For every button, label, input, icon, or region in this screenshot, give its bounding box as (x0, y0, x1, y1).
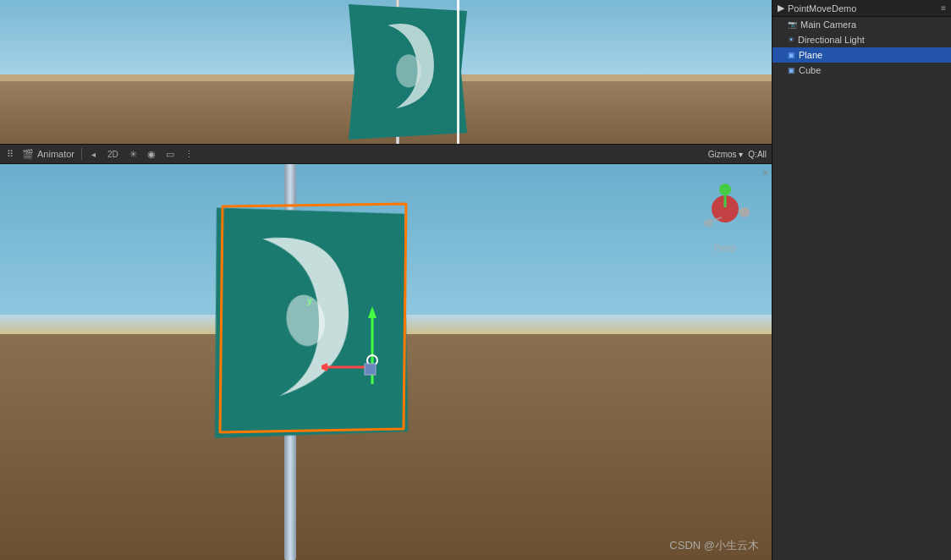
all-button[interactable]: Q:All (748, 150, 767, 159)
animator-sound-icon[interactable]: ◉ (146, 148, 157, 161)
hierarchy-item-directional-light[interactable]: ☀ Directional Light (772, 32, 951, 47)
hierarchy-expand-icon: ▶ (778, 3, 784, 14)
persp-label: Persp (714, 244, 736, 253)
game-flag-cloth (349, 4, 467, 140)
animator-extra-icon[interactable]: ⋮ (183, 148, 195, 161)
plane-label: Plane (799, 50, 822, 60)
animator-sun-icon[interactable]: ✳ (128, 148, 139, 161)
game-flag-symbol (357, 8, 452, 117)
svg-rect-7 (365, 364, 376, 375)
main-layout: ⠿ 🎬 Animator ◂ 2D ✳ ◉ ▭ ⋮ Gizmos ▾ Q:All (0, 0, 951, 560)
animator-screen-icon[interactable]: ▭ (164, 148, 176, 161)
hierarchy-item-plane[interactable]: ▣ Plane (772, 47, 951, 63)
svg-marker-3 (368, 306, 377, 318)
hierarchy-title: ▶ PointMoveDemo (778, 3, 856, 14)
animator-arrow-left[interactable]: ◂ (89, 149, 98, 160)
main-camera-icon: 📷 (788, 20, 797, 29)
hierarchy-list: 📷 Main Camera ☀ Directional Light ▣ Plan… (772, 17, 951, 560)
animator-drag-handle: ⠿ (5, 148, 15, 161)
right-panel: ▶ PointMoveDemo ≡ 📷 Main Camera ☀ Direct… (772, 0, 951, 560)
y-axis-label: y (307, 295, 312, 305)
animator-title-text: Animator (37, 149, 74, 159)
cube-label: Cube (799, 65, 821, 75)
directional-light-icon: ☀ (788, 36, 794, 44)
hierarchy-header: ▶ PointMoveDemo ≡ (772, 0, 951, 17)
svg-point-9 (719, 184, 731, 195)
svg-point-0 (396, 54, 421, 87)
main-camera-label: Main Camera (800, 19, 856, 30)
scene-background: Persp × y CSDN @小生云木 (0, 164, 772, 560)
persp-gizmo-svg (691, 177, 759, 244)
animator-2d-toggle[interactable]: 2D (105, 149, 121, 160)
pole-highlight (457, 0, 459, 144)
game-flag-container (289, 0, 501, 144)
gizmos-button[interactable]: Gizmos ▾ (708, 150, 744, 159)
watermark: CSDN @小生云木 (669, 538, 759, 553)
hierarchy-title-text: PointMoveDemo (788, 3, 856, 14)
svg-marker-5 (322, 363, 327, 371)
scene-close-button[interactable]: × (762, 167, 768, 179)
transform-gizmo (322, 299, 423, 401)
hierarchy-item-main-camera[interactable]: 📷 Main Camera (772, 17, 951, 32)
hierarchy-menu-icon[interactable]: ≡ (941, 3, 946, 13)
hierarchy-item-cube[interactable]: ▣ Cube (772, 63, 951, 78)
transform-gizmo-svg (322, 299, 423, 401)
sep1 (81, 148, 82, 160)
plane-icon: ▣ (788, 51, 795, 59)
persp-gizmo: Persp (691, 177, 759, 253)
animator-title: 🎬 Animator (22, 149, 74, 160)
cube-icon: ▣ (788, 66, 795, 74)
game-view-background (0, 0, 772, 144)
directional-light-label: Directional Light (798, 35, 865, 45)
left-panel: ⠿ 🎬 Animator ◂ 2D ✳ ◉ ▭ ⋮ Gizmos ▾ Q:All (0, 0, 772, 560)
animator-icon: 🎬 (22, 149, 34, 160)
scene-view: Persp × y CSDN @小生云木 (0, 164, 772, 560)
animator-bar: ⠿ 🎬 Animator ◂ 2D ✳ ◉ ▭ ⋮ Gizmos ▾ Q:All (0, 144, 772, 164)
gizmos-area: Gizmos ▾ Q:All (708, 150, 767, 159)
game-view (0, 0, 772, 144)
